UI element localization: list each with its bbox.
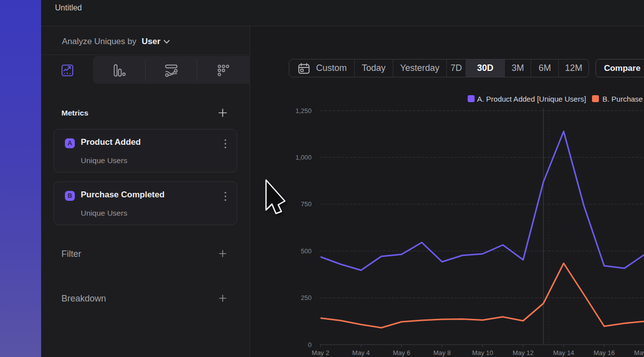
svg-text:May 6: May 6 — [393, 349, 410, 357]
svg-text:0: 0 — [308, 341, 312, 349]
svg-text:May 16: May 16 — [593, 349, 615, 357]
svg-text:May 10: May 10 — [472, 349, 493, 357]
svg-text:May 18: May 18 — [634, 349, 644, 357]
svg-text:250: 250 — [301, 294, 312, 301]
svg-text:1,000: 1,000 — [295, 154, 312, 161]
svg-text:750: 750 — [301, 200, 312, 208]
svg-text:500: 500 — [301, 247, 312, 255]
svg-text:May 14: May 14 — [553, 349, 574, 357]
svg-text:May 2: May 2 — [312, 349, 329, 357]
svg-text:May 4: May 4 — [352, 349, 370, 357]
svg-text:May 8: May 8 — [433, 349, 451, 357]
svg-text:1,250: 1,250 — [295, 107, 312, 115]
svg-text:May 12: May 12 — [513, 349, 534, 357]
